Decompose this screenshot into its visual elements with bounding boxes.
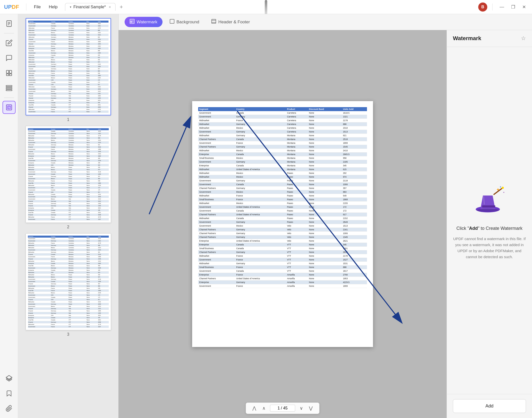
sidebar-icon-annotate[interactable]	[3, 51, 16, 64]
sidebar-icon-bookmark[interactable]	[3, 387, 16, 400]
svg-rect-10	[6, 90, 12, 91]
table-row: MidmarketFranceVTTNone2178	[198, 254, 367, 258]
table-row: GovernmentFranceAmarillaNone1899	[198, 284, 367, 288]
col-discount: Discount Band	[308, 107, 342, 111]
right-panel: Watermark ☆ ✦ ✦ ✦	[447, 30, 532, 418]
menu-file[interactable]: File	[31, 4, 43, 11]
watermark-icon: W	[130, 19, 135, 25]
sidebar-icon-organize[interactable]	[3, 82, 16, 95]
last-page-button[interactable]: ⋁	[307, 405, 314, 411]
table-row: Channel PartnersGermanyPaseoNone357	[198, 186, 367, 190]
table-row: Small BusinessFranceVTTNone888	[198, 265, 367, 269]
table-row: GovernmentCanadaCarreteraNone1618.5	[198, 111, 367, 115]
first-page-button[interactable]: ⋀	[251, 405, 258, 411]
table-row: EnterpriseCanadaMontanaNone345	[198, 164, 367, 168]
thumbnails-panel: SegmentCountryProductDiscUnits Governmen…	[18, 14, 119, 418]
menu-help[interactable]: Help	[46, 4, 60, 11]
table-row: GovernmentGermanyMontanaNone2185	[198, 160, 367, 164]
sidebar	[0, 14, 18, 418]
thumbnail-item-1[interactable]: SegmentCountryProductDiscUnits Governmen…	[22, 18, 114, 122]
thumbnail-item-3[interactable]: SegmentCountryProductDiscUnits Governmen…	[22, 233, 114, 337]
table-row: Channel PartnersGermanyVeloNone2161	[198, 228, 367, 232]
thumbnail-frame-3[interactable]: SegmentCountryProductDiscUnits Governmen…	[26, 233, 111, 330]
thumbnail-item-2[interactable]: SegmentCountryProductDiscUnits Governmen…	[22, 126, 114, 229]
svg-rect-7	[9, 74, 12, 76]
table-row: GovernmentFranceVTTNone1527	[198, 258, 367, 262]
sidebar-icon-edit[interactable]	[3, 36, 16, 49]
user-avatar[interactable]: B	[478, 3, 487, 12]
toolbar-background-label: Background	[177, 20, 199, 25]
sidebar-icon-document[interactable]	[3, 17, 16, 30]
svg-rect-8	[6, 86, 12, 87]
svg-rect-6	[6, 74, 9, 76]
table-row: EnterpriseFranceAmarillaNone2790	[198, 273, 367, 277]
content-toolbar: W Watermark Background	[119, 14, 532, 30]
star-icon[interactable]: ☆	[521, 35, 526, 42]
toolbar-tab-background[interactable]: Background	[165, 17, 204, 27]
add-watermark-button[interactable]: Add	[453, 399, 526, 413]
table-row: Channel PartnersGermanyVTTNone2838	[198, 250, 367, 254]
pdf-viewer[interactable]: Segment Country Product Discount Band Un…	[119, 30, 447, 418]
updf-logo[interactable]: UPDF	[4, 4, 19, 10]
tab-name: Financial Sample*	[73, 5, 106, 9]
right-panel-description: UPDF cannot find a watermark in this fil…	[453, 236, 526, 260]
add-text-strong: Add	[469, 226, 478, 231]
tab-close-button[interactable]: ×	[109, 5, 111, 9]
table-row: MidmarketCanadaPaseoNone2152	[198, 217, 367, 220]
titlebar-divider2	[492, 4, 493, 11]
tab-dropdown-icon[interactable]: ▾	[70, 5, 71, 9]
table-row: GovernmentGermanyPaseoNone2118	[198, 179, 367, 183]
table-row: MidmarketFrancePaseoNone549	[198, 194, 367, 198]
thumbnail-frame-1[interactable]: SegmentCountryProductDiscUnits Governmen…	[26, 18, 111, 115]
tab-add-button[interactable]: +	[118, 3, 125, 11]
col-units: Units Sold	[342, 107, 367, 111]
toolbar-tab-header-footer[interactable]: Header & Footer	[206, 17, 255, 27]
close-button[interactable]: ✕	[520, 3, 528, 11]
magic-hat-illustration: ✦ ✦ ✦	[469, 181, 510, 221]
table-row: Small BusinessFrancePaseoNone1868	[198, 198, 367, 201]
titlebar-divider	[26, 4, 26, 11]
toolbar-header-footer-label: Header & Footer	[218, 20, 250, 25]
minimize-button[interactable]: —	[498, 3, 506, 11]
sidebar-icon-pages[interactable]	[3, 66, 16, 80]
thumbnail-label-2: 2	[67, 225, 69, 229]
main-view: Segment Country Product Discount Band Un…	[119, 30, 532, 418]
toolbar-tab-watermark[interactable]: W Watermark	[125, 17, 163, 27]
svg-rect-9	[6, 88, 12, 89]
table-row: MidmarketFranceCarreteraNone2178	[198, 119, 367, 122]
svg-text:✦: ✦	[499, 185, 502, 188]
toolbar-watermark-label: Watermark	[137, 20, 157, 25]
right-panel-footer: Add	[447, 394, 532, 418]
background-icon	[170, 19, 175, 25]
thumbnail-label-1: 1	[67, 117, 69, 122]
tab-bar: ▾ Financial Sample* × +	[65, 3, 125, 11]
sidebar-icon-attachment[interactable]	[3, 402, 16, 415]
thumbnail-frame-2[interactable]: SegmentCountryProductDiscUnits Governmen…	[26, 126, 111, 223]
maximize-button[interactable]: ❐	[509, 3, 517, 11]
table-row: MidmarketMexicoPaseoNone974	[198, 175, 367, 179]
table-row: MidmarketGermanyMontanaNone921	[198, 134, 367, 137]
table-row: GovernmentGermanyCarreteraNone1513	[198, 130, 367, 134]
prev-page-button[interactable]: ∧	[261, 405, 267, 411]
table-row: Small BusinessCanadaVTTNone2001	[198, 247, 367, 250]
active-tab[interactable]: ▾ Financial Sample* ×	[65, 3, 116, 11]
sidebar-icon-stamp[interactable]	[3, 101, 16, 114]
next-page-button[interactable]: ∨	[298, 405, 304, 411]
svg-line-23	[149, 118, 190, 214]
table-row: MidmarketUnited States of AmericaMontana…	[198, 168, 367, 171]
page-number-input[interactable]	[270, 405, 295, 412]
table-row: Channel PartnersGermanyVeloNone1006	[198, 232, 367, 235]
content-area: W Watermark Background	[119, 14, 532, 418]
pdf-page: Segment Country Product Discount Band Un…	[192, 101, 373, 347]
table-row: Channel PartnersGermanyMontanaNone1545	[198, 145, 367, 149]
table-row: MidmarketMexicoMontanaNone2410	[198, 149, 367, 153]
svg-point-29	[502, 187, 504, 189]
sidebar-icon-layers[interactable]	[3, 372, 16, 385]
svg-point-32	[477, 208, 499, 212]
header-footer-icon	[211, 19, 216, 25]
svg-rect-19	[170, 19, 174, 24]
table-row: MidmarketMexicoPaseoNone2155	[198, 201, 367, 205]
table-row: EnterpriseGermanyAmarillaNone4229.5	[198, 281, 367, 284]
main-layout: SegmentCountryProductDiscUnits Governmen…	[0, 14, 532, 418]
titlebar-right: B — ❐ ✕	[478, 3, 528, 12]
